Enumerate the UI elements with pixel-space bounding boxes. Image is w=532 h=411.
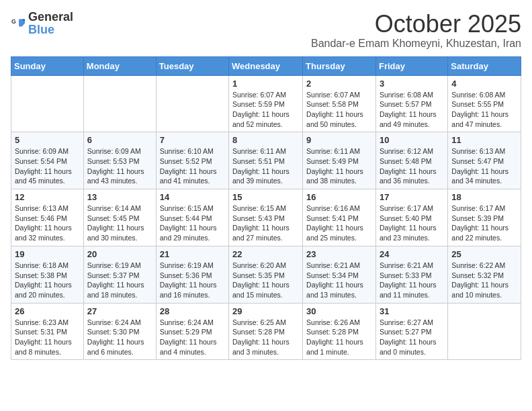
logo-text: General Blue bbox=[28, 11, 73, 36]
day-info: Sunrise: 6:15 AMSunset: 5:43 PMDaylight:… bbox=[232, 203, 299, 243]
header-day-thursday: Thursday bbox=[303, 56, 376, 75]
day-info: Sunrise: 6:24 AMSunset: 5:30 PMDaylight:… bbox=[87, 318, 152, 357]
calendar-cell: 23Sunrise: 6:21 AMSunset: 5:34 PMDayligh… bbox=[303, 246, 376, 303]
calendar-cell: 12Sunrise: 6:13 AMSunset: 5:46 PMDayligh… bbox=[11, 189, 84, 246]
day-info: Sunrise: 6:13 AMSunset: 5:47 PMDaylight:… bbox=[451, 146, 517, 186]
day-number: 25 bbox=[451, 249, 517, 259]
week-row-0: 1Sunrise: 6:07 AMSunset: 5:59 PMDaylight… bbox=[11, 75, 521, 132]
calendar-cell: 25Sunrise: 6:22 AMSunset: 5:32 PMDayligh… bbox=[448, 246, 521, 303]
calendar-cell: 29Sunrise: 6:25 AMSunset: 5:28 PMDayligh… bbox=[229, 303, 303, 360]
month-title: October 2025 bbox=[311, 11, 521, 38]
calendar-cell: 26Sunrise: 6:23 AMSunset: 5:31 PMDayligh… bbox=[11, 303, 84, 360]
week-row-4: 26Sunrise: 6:23 AMSunset: 5:31 PMDayligh… bbox=[11, 303, 521, 360]
header-row: SundayMondayTuesdayWednesdayThursdayFrid… bbox=[11, 56, 521, 75]
day-number: 28 bbox=[160, 306, 225, 316]
day-number: 31 bbox=[380, 306, 444, 316]
calendar-table: SundayMondayTuesdayWednesdayThursdayFrid… bbox=[11, 56, 521, 361]
day-info: Sunrise: 6:19 AMSunset: 5:36 PMDaylight:… bbox=[160, 261, 225, 300]
day-info: Sunrise: 6:25 AMSunset: 5:28 PMDaylight:… bbox=[232, 318, 299, 357]
day-number: 16 bbox=[306, 192, 372, 202]
calendar-cell: 8Sunrise: 6:11 AMSunset: 5:51 PMDaylight… bbox=[229, 132, 303, 189]
day-number: 18 bbox=[451, 192, 517, 202]
header-day-monday: Monday bbox=[83, 56, 156, 75]
header: G General Blue October 2025 Bandar-e Ema… bbox=[11, 11, 521, 50]
calendar-cell: 30Sunrise: 6:26 AMSunset: 5:28 PMDayligh… bbox=[303, 303, 376, 360]
day-info: Sunrise: 6:17 AMSunset: 5:40 PMDaylight:… bbox=[380, 203, 444, 243]
day-number: 30 bbox=[306, 306, 372, 316]
calendar-cell: 3Sunrise: 6:08 AMSunset: 5:57 PMDaylight… bbox=[375, 75, 447, 132]
day-number: 24 bbox=[380, 249, 444, 259]
day-info: Sunrise: 6:27 AMSunset: 5:27 PMDaylight:… bbox=[380, 318, 444, 357]
calendar-cell: 11Sunrise: 6:13 AMSunset: 5:47 PMDayligh… bbox=[448, 132, 521, 189]
day-info: Sunrise: 6:09 AMSunset: 5:54 PMDaylight:… bbox=[15, 146, 80, 186]
header-day-wednesday: Wednesday bbox=[229, 56, 303, 75]
header-day-tuesday: Tuesday bbox=[156, 56, 228, 75]
day-info: Sunrise: 6:09 AMSunset: 5:53 PMDaylight:… bbox=[87, 146, 152, 186]
calendar-cell: 5Sunrise: 6:09 AMSunset: 5:54 PMDaylight… bbox=[11, 132, 84, 189]
day-info: Sunrise: 6:26 AMSunset: 5:28 PMDaylight:… bbox=[306, 318, 372, 357]
calendar-cell: 1Sunrise: 6:07 AMSunset: 5:59 PMDaylight… bbox=[229, 75, 303, 132]
calendar-cell: 7Sunrise: 6:10 AMSunset: 5:52 PMDaylight… bbox=[156, 132, 228, 189]
day-info: Sunrise: 6:23 AMSunset: 5:31 PMDaylight:… bbox=[15, 318, 80, 357]
day-number: 26 bbox=[15, 306, 80, 316]
calendar-cell: 9Sunrise: 6:11 AMSunset: 5:49 PMDaylight… bbox=[303, 132, 376, 189]
calendar-cell: 14Sunrise: 6:15 AMSunset: 5:44 PMDayligh… bbox=[156, 189, 228, 246]
calendar-cell: 22Sunrise: 6:20 AMSunset: 5:35 PMDayligh… bbox=[229, 246, 303, 303]
day-number: 13 bbox=[87, 192, 152, 202]
calendar-cell: 2Sunrise: 6:07 AMSunset: 5:58 PMDaylight… bbox=[303, 75, 376, 132]
calendar-cell bbox=[11, 75, 84, 132]
header-day-sunday: Sunday bbox=[11, 56, 84, 75]
day-number: 2 bbox=[306, 79, 372, 89]
day-number: 27 bbox=[87, 306, 152, 316]
day-info: Sunrise: 6:08 AMSunset: 5:57 PMDaylight:… bbox=[380, 90, 444, 130]
calendar-cell: 16Sunrise: 6:16 AMSunset: 5:41 PMDayligh… bbox=[303, 189, 376, 246]
calendar-cell: 10Sunrise: 6:12 AMSunset: 5:48 PMDayligh… bbox=[375, 132, 447, 189]
calendar-cell bbox=[156, 75, 228, 132]
day-info: Sunrise: 6:07 AMSunset: 5:59 PMDaylight:… bbox=[232, 90, 299, 130]
day-number: 5 bbox=[15, 135, 80, 145]
calendar-cell: 28Sunrise: 6:24 AMSunset: 5:29 PMDayligh… bbox=[156, 303, 228, 360]
day-number: 21 bbox=[160, 249, 225, 259]
week-row-1: 5Sunrise: 6:09 AMSunset: 5:54 PMDaylight… bbox=[11, 132, 521, 189]
day-number: 7 bbox=[160, 135, 225, 145]
day-info: Sunrise: 6:21 AMSunset: 5:33 PMDaylight:… bbox=[380, 261, 444, 300]
day-number: 22 bbox=[232, 249, 299, 259]
calendar-cell: 4Sunrise: 6:08 AMSunset: 5:55 PMDaylight… bbox=[448, 75, 521, 132]
calendar-cell: 20Sunrise: 6:19 AMSunset: 5:37 PMDayligh… bbox=[83, 246, 156, 303]
day-number: 8 bbox=[232, 135, 299, 145]
day-info: Sunrise: 6:12 AMSunset: 5:48 PMDaylight:… bbox=[380, 146, 444, 186]
day-info: Sunrise: 6:20 AMSunset: 5:35 PMDaylight:… bbox=[232, 261, 299, 300]
svg-text:G: G bbox=[11, 18, 16, 25]
day-info: Sunrise: 6:08 AMSunset: 5:55 PMDaylight:… bbox=[451, 90, 517, 130]
day-info: Sunrise: 6:07 AMSunset: 5:58 PMDaylight:… bbox=[306, 90, 372, 130]
day-info: Sunrise: 6:22 AMSunset: 5:32 PMDaylight:… bbox=[451, 261, 517, 300]
calendar-cell: 18Sunrise: 6:17 AMSunset: 5:39 PMDayligh… bbox=[448, 189, 521, 246]
calendar-cell bbox=[448, 303, 521, 360]
day-number: 1 bbox=[232, 79, 299, 89]
day-number: 6 bbox=[87, 135, 152, 145]
day-number: 17 bbox=[380, 192, 444, 202]
day-info: Sunrise: 6:19 AMSunset: 5:37 PMDaylight:… bbox=[87, 261, 152, 300]
day-number: 12 bbox=[15, 192, 80, 202]
day-number: 11 bbox=[451, 135, 517, 145]
calendar-cell: 21Sunrise: 6:19 AMSunset: 5:36 PMDayligh… bbox=[156, 246, 228, 303]
day-info: Sunrise: 6:13 AMSunset: 5:46 PMDaylight:… bbox=[15, 203, 80, 243]
location-title: Bandar-e Emam Khomeyni, Khuzestan, Iran bbox=[311, 38, 521, 50]
day-info: Sunrise: 6:15 AMSunset: 5:44 PMDaylight:… bbox=[160, 203, 225, 243]
calendar-cell: 27Sunrise: 6:24 AMSunset: 5:30 PMDayligh… bbox=[83, 303, 156, 360]
day-info: Sunrise: 6:11 AMSunset: 5:49 PMDaylight:… bbox=[306, 146, 372, 186]
header-day-friday: Friday bbox=[375, 56, 447, 75]
logo: G General Blue bbox=[11, 11, 73, 36]
day-number: 15 bbox=[232, 192, 299, 202]
day-info: Sunrise: 6:18 AMSunset: 5:38 PMDaylight:… bbox=[15, 261, 80, 300]
day-number: 4 bbox=[451, 79, 517, 89]
day-number: 3 bbox=[380, 79, 444, 89]
day-number: 9 bbox=[306, 135, 372, 145]
calendar-cell: 17Sunrise: 6:17 AMSunset: 5:40 PMDayligh… bbox=[375, 189, 447, 246]
calendar-cell: 6Sunrise: 6:09 AMSunset: 5:53 PMDaylight… bbox=[83, 132, 156, 189]
calendar-cell: 24Sunrise: 6:21 AMSunset: 5:33 PMDayligh… bbox=[375, 246, 447, 303]
week-row-3: 19Sunrise: 6:18 AMSunset: 5:38 PMDayligh… bbox=[11, 246, 521, 303]
day-number: 19 bbox=[15, 249, 80, 259]
day-info: Sunrise: 6:17 AMSunset: 5:39 PMDaylight:… bbox=[451, 203, 517, 243]
calendar-body: 1Sunrise: 6:07 AMSunset: 5:59 PMDaylight… bbox=[11, 75, 521, 360]
